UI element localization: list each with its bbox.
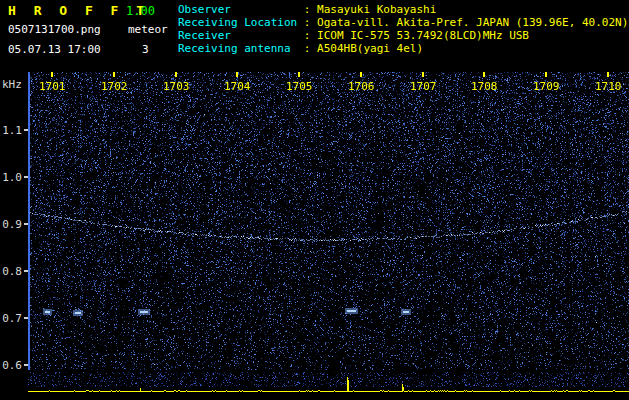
datetime-label: 05.07.13 17:00	[8, 43, 101, 56]
y-tick-label: 0.6	[0, 359, 22, 372]
y-tick-label: 0.9	[0, 218, 22, 231]
info-value: : ICOM IC-575 53.7492(8LCD)MHz USB	[304, 29, 529, 42]
x-tick-label: 1708	[471, 80, 498, 93]
x-tick-label: 1702	[101, 80, 128, 93]
x-tick-mark	[236, 72, 238, 77]
info-label: Receiving antenna	[178, 42, 304, 55]
info-label: Receiving Location	[178, 16, 304, 29]
y-tick-label: 1.1	[0, 124, 22, 137]
x-tick-mark	[360, 72, 362, 77]
x-tick-mark	[113, 72, 115, 77]
info-value: : A504HB(yagi 4el)	[304, 42, 423, 55]
x-tick-mark	[483, 72, 485, 77]
x-tick-label: 1701	[39, 80, 66, 93]
info-row-antenna: Receiving antenna: A504HB(yagi 4el)	[178, 42, 628, 55]
y-tick-mark	[24, 223, 28, 225]
app-version: 1.00	[126, 4, 155, 18]
x-tick-label: 1707	[410, 80, 437, 93]
meteor-count: 3	[142, 43, 149, 56]
y-tick-label: 0.8	[0, 265, 22, 278]
signal-strip-canvas	[28, 372, 629, 400]
info-value: : Ogata-vill. Akita-Pref. JAPAN (139.96E…	[304, 16, 629, 29]
y-tick-mark	[24, 129, 28, 131]
x-tick-label: 1705	[286, 80, 313, 93]
info-row-receiver: Receiver: ICOM IC-575 53.7492(8LCD)MHz U…	[178, 29, 628, 42]
x-tick-label: 1709	[533, 80, 560, 93]
x-tick-mark	[422, 72, 424, 77]
y-tick-mark	[24, 317, 28, 319]
hrofft-window: H R O F F T 1.00 0507131700.png meteor 0…	[0, 0, 629, 400]
y-tick-mark	[24, 176, 28, 178]
y-tick-mark	[24, 364, 28, 366]
y-tick-label: 1.0	[0, 171, 22, 184]
info-row-location: Receiving Location: Ogata-vill. Akita-Pr…	[178, 16, 628, 29]
y-axis-unit: kHz	[2, 78, 22, 91]
x-tick-mark	[51, 72, 53, 77]
info-row-observer: Observer: Masayuki Kobayashi	[178, 3, 628, 16]
info-value: : Masayuki Kobayashi	[304, 3, 436, 16]
x-tick-label: 1710	[595, 80, 622, 93]
x-tick-label: 1704	[224, 80, 251, 93]
station-info-table: Observer: Masayuki Kobayashi Receiving L…	[178, 3, 628, 55]
x-tick-mark	[298, 72, 300, 77]
info-label: Receiver	[178, 29, 304, 42]
spectrogram-canvas	[28, 72, 629, 370]
y-tick-label: 0.7	[0, 312, 22, 325]
x-tick-mark	[545, 72, 547, 77]
y-tick-mark	[24, 270, 28, 272]
info-label: Observer	[178, 3, 304, 16]
x-tick-label: 1706	[348, 80, 375, 93]
mode-label: meteor	[128, 23, 168, 36]
output-filename: 0507131700.png	[8, 23, 101, 36]
x-tick-mark	[175, 72, 177, 77]
x-tick-label: 1703	[163, 80, 190, 93]
x-tick-mark	[607, 72, 609, 77]
